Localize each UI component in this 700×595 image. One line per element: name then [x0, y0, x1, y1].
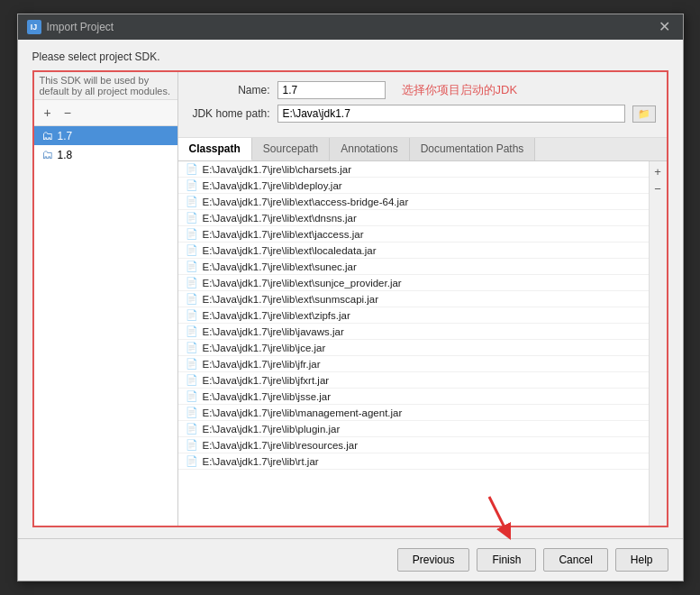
classpath-item[interactable]: 📄E:\Java\jdk1.7\jre\lib\resources.jar	[178, 437, 649, 453]
classpath-item[interactable]: 📄E:\Java\jdk1.7\jre\lib\jce.jar	[178, 340, 649, 356]
warning-text: This SDK will be used by default by all …	[34, 72, 177, 100]
jar-icon: 📄	[186, 309, 198, 321]
classpath-item[interactable]: 📄E:\Java\jdk1.7\jre\lib\plugin.jar	[178, 421, 649, 437]
arrow-indicator	[471, 492, 525, 546]
jar-icon: 📄	[186, 244, 198, 256]
dialog-title: Import Project	[47, 21, 114, 33]
right-panel: Name: 选择你项目启动的JDK JDK home path: 📁 Class…	[178, 72, 667, 526]
sdk-list: 🗂 1.7 🗂 1.8	[34, 126, 177, 526]
jdk-home-row: JDK home path: 📁	[189, 105, 656, 123]
left-panel: This SDK will be used by default by all …	[34, 72, 178, 526]
jar-icon: 📄	[186, 342, 198, 353]
classpath-panel: 📄E:\Java\jdk1.7\jre\lib\charsets.jar📄E:\…	[178, 161, 667, 526]
title-bar-left: IJ Import Project	[27, 20, 114, 34]
classpath-item[interactable]: 📄E:\Java\jdk1.7\jre\lib\rt.jar	[178, 453, 649, 470]
classpath-item[interactable]: 📄E:\Java\jdk1.7\jre\lib\ext\jaccess.jar	[178, 226, 649, 243]
classpath-remove-button[interactable]: −	[654, 182, 661, 196]
dialog-footer: Previous Finish Cancel Help	[18, 538, 683, 581]
left-toolbar: + −	[34, 100, 177, 126]
classpath-item[interactable]: 📄E:\Java\jdk1.7\jre\lib\ext\sunec.jar	[178, 259, 649, 275]
jar-icon: 📄	[186, 455, 198, 467]
instruction-text: Please select project SDK.	[32, 50, 668, 63]
svg-line-1	[489, 497, 507, 533]
jar-icon: 📄	[186, 163, 198, 175]
jar-icon: 📄	[186, 212, 198, 224]
sdk-properties: Name: 选择你项目启动的JDK JDK home path: 📁	[178, 72, 667, 138]
classpath-item[interactable]: 📄E:\Java\jdk1.7\jre\lib\jsse.jar	[178, 389, 649, 405]
classpath-item[interactable]: 📄E:\Java\jdk1.7\jre\lib\ext\sunmscapi.ja…	[178, 291, 649, 307]
jar-icon: 📄	[186, 390, 198, 402]
sdk-label-1-8: 1.8	[58, 149, 73, 161]
annotation-text: 选择你项目启动的JDK	[402, 82, 518, 98]
main-area: This SDK will be used by default by all …	[32, 70, 668, 527]
jar-icon: 📄	[186, 325, 198, 337]
tab-annotations[interactable]: Annotations	[330, 138, 409, 160]
classpath-item[interactable]: 📄E:\Java\jdk1.7\jre\lib\jfxrt.jar	[178, 372, 649, 389]
classpath-sidebar: + −	[649, 161, 667, 526]
sdk-item-1-8[interactable]: 🗂 1.8	[34, 145, 177, 164]
close-button[interactable]: ✕	[655, 20, 674, 34]
jar-icon: 📄	[186, 439, 198, 451]
classpath-item[interactable]: 📄E:\Java\jdk1.7\jre\lib\jfr.jar	[178, 356, 649, 372]
jar-icon: 📄	[186, 358, 198, 370]
jar-icon: 📄	[186, 407, 198, 418]
classpath-item[interactable]: 📄E:\Java\jdk1.7\jre\lib\ext\zipfs.jar	[178, 307, 649, 324]
finish-button[interactable]: Finish	[477, 548, 536, 572]
classpath-list: 📄E:\Java\jdk1.7\jre\lib\charsets.jar📄E:\…	[178, 161, 649, 526]
name-row: Name: 选择你项目启动的JDK	[189, 81, 656, 99]
classpath-item[interactable]: 📄E:\Java\jdk1.7\jre\lib\ext\access-bridg…	[178, 194, 649, 210]
tab-documentation-paths[interactable]: Documentation Paths	[410, 138, 536, 160]
classpath-item[interactable]: 📄E:\Java\jdk1.7\jre\lib\charsets.jar	[178, 161, 649, 178]
tab-classpath[interactable]: Classpath	[178, 138, 252, 160]
classpath-item[interactable]: 📄E:\Java\jdk1.7\jre\lib\deploy.jar	[178, 178, 649, 194]
sdk-label-1-7: 1.7	[58, 130, 73, 142]
jdk-home-label: JDK home path:	[189, 107, 270, 120]
jdk-home-input[interactable]	[277, 105, 625, 123]
jar-icon: 📄	[186, 374, 198, 386]
add-sdk-button[interactable]: +	[40, 104, 56, 122]
jar-icon: 📄	[186, 277, 198, 288]
name-label: Name:	[189, 84, 270, 96]
dialog-content: Please select project SDK. This SDK will…	[18, 40, 683, 538]
sdk-item-1-7[interactable]: 🗂 1.7	[34, 126, 177, 145]
sdk-folder-icon-1-8: 🗂	[41, 148, 53, 161]
cancel-button[interactable]: Cancel	[543, 548, 607, 572]
previous-button[interactable]: Previous	[397, 548, 470, 572]
jar-icon: 📄	[186, 228, 198, 240]
name-input[interactable]	[277, 81, 386, 99]
classpath-item[interactable]: 📄E:\Java\jdk1.7\jre\lib\ext\dnsns.jar	[178, 210, 649, 226]
import-project-dialog: IJ Import Project ✕ Please select projec…	[17, 14, 684, 581]
tabs-bar: Classpath Sourcepath Annotations Documen…	[178, 138, 667, 161]
jar-icon: 📄	[186, 179, 198, 191]
jar-icon: 📄	[186, 293, 198, 305]
jar-icon: 📄	[186, 423, 198, 435]
app-icon: IJ	[27, 20, 41, 34]
classpath-add-button[interactable]: +	[654, 165, 661, 178]
title-bar: IJ Import Project ✕	[18, 14, 683, 40]
classpath-item[interactable]: 📄E:\Java\jdk1.7\jre\lib\ext\sunjce_provi…	[178, 275, 649, 291]
classpath-item[interactable]: 📄E:\Java\jdk1.7\jre\lib\javaws.jar	[178, 324, 649, 340]
classpath-item[interactable]: 📄E:\Java\jdk1.7\jre\lib\ext\localedata.j…	[178, 243, 649, 259]
browse-button[interactable]: 📁	[632, 105, 656, 123]
classpath-item[interactable]: 📄E:\Java\jdk1.7\jre\lib\management-agent…	[178, 405, 649, 421]
remove-sdk-button[interactable]: −	[59, 104, 76, 122]
tab-sourcepath[interactable]: Sourcepath	[252, 138, 330, 160]
jar-icon: 📄	[186, 261, 198, 272]
jar-icon: 📄	[186, 196, 198, 207]
help-button[interactable]: Help	[615, 548, 668, 572]
sdk-folder-icon-1-7: 🗂	[41, 129, 53, 142]
